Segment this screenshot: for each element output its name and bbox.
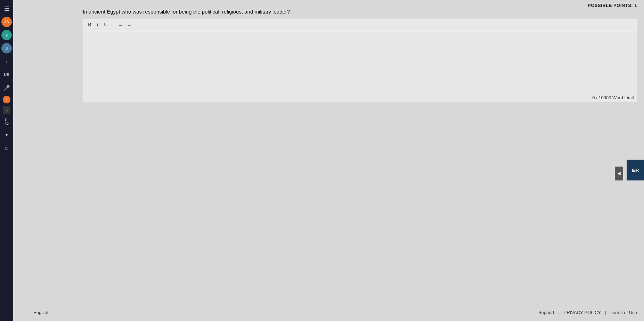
nav-arrow-icon: ◄ bbox=[616, 170, 622, 177]
underline-button[interactable]: U bbox=[103, 22, 109, 28]
sidebar-item-square[interactable]: □ bbox=[1, 143, 12, 153]
footer-language: English bbox=[33, 310, 48, 315]
privacy-policy-link[interactable]: PRIVACY POLICY bbox=[564, 310, 601, 315]
right-panel-button[interactable]: ⊞ R bbox=[627, 160, 644, 180]
ordered-list-button[interactable]: ≡ bbox=[117, 21, 123, 29]
unordered-list-button[interactable]: ≡ bbox=[126, 21, 132, 29]
sidebar-item-us[interactable]: US bbox=[1, 69, 12, 80]
right-panel-label: R bbox=[636, 168, 639, 173]
support-link[interactable]: Support bbox=[538, 310, 554, 315]
separator-1: | bbox=[558, 310, 559, 315]
terms-of-use-link[interactable]: Terms of Use bbox=[610, 310, 637, 315]
right-panel-icon: ⊞ bbox=[632, 168, 636, 173]
sidebar: ☰ JS 2 0 ↓ US 🎤 4 6 732 ▼ □ bbox=[0, 0, 13, 321]
sidebar-item-js[interactable]: JS bbox=[1, 17, 12, 27]
sidebar-item-4[interactable]: 4 bbox=[3, 96, 10, 103]
toolbar-divider bbox=[113, 22, 113, 28]
separator-2: | bbox=[605, 310, 606, 315]
editor-toolbar: B I U ≡ ≡ bbox=[83, 19, 637, 31]
editor-container: B I U ≡ ≡ 0 / 10000 Word Limit bbox=[83, 19, 637, 102]
sidebar-item-down[interactable]: ▼ bbox=[1, 130, 12, 140]
question-text: In ancient Egypt who was responsible for… bbox=[20, 9, 637, 15]
sidebar-item-arrow[interactable]: ↓ bbox=[1, 56, 12, 67]
sidebar-item-6[interactable]: 6 bbox=[3, 106, 10, 114]
sidebar-item-mic[interactable]: 🎤 bbox=[1, 83, 12, 93]
sidebar-item-7[interactable]: 732 bbox=[1, 117, 12, 127]
footer: English Support | PRIVACY POLICY | Terms… bbox=[26, 304, 644, 321]
possible-points: POSSIBLE POINTS: 1 bbox=[588, 3, 637, 8]
italic-button[interactable]: I bbox=[95, 22, 100, 28]
sidebar-item-2[interactable]: 2 bbox=[1, 30, 12, 40]
sidebar-item-0[interactable]: 0 bbox=[1, 43, 12, 53]
sidebar-menu[interactable]: ☰ bbox=[1, 3, 12, 14]
word-limit: 0 / 10000 Word Limit bbox=[83, 94, 637, 102]
editor-body[interactable] bbox=[83, 31, 637, 94]
nav-arrow[interactable]: ◄ bbox=[615, 167, 623, 180]
bold-button[interactable]: B bbox=[87, 22, 92, 28]
main-content: POSSIBLE POINTS: 1 In ancient Egypt who … bbox=[13, 0, 644, 321]
footer-links: Support | PRIVACY POLICY | Terms of Use bbox=[538, 310, 637, 315]
